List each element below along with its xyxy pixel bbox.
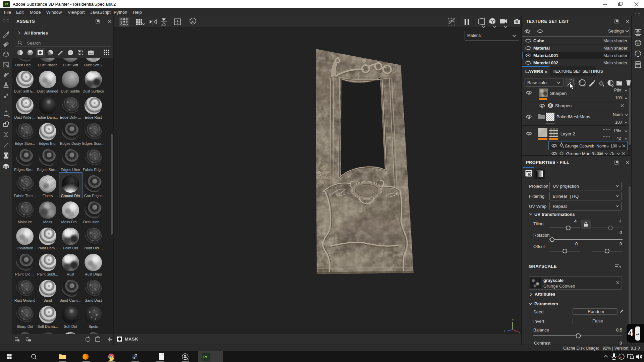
svg-text:1: 1 <box>539 30 541 33</box>
svg-text:Y: Y <box>512 318 514 321</box>
svg-text:Pt: Pt <box>203 355 207 359</box>
svg-text:z: z <box>504 329 505 333</box>
svg-text:S: S <box>549 104 552 108</box>
svg-text:x: x <box>519 331 520 334</box>
